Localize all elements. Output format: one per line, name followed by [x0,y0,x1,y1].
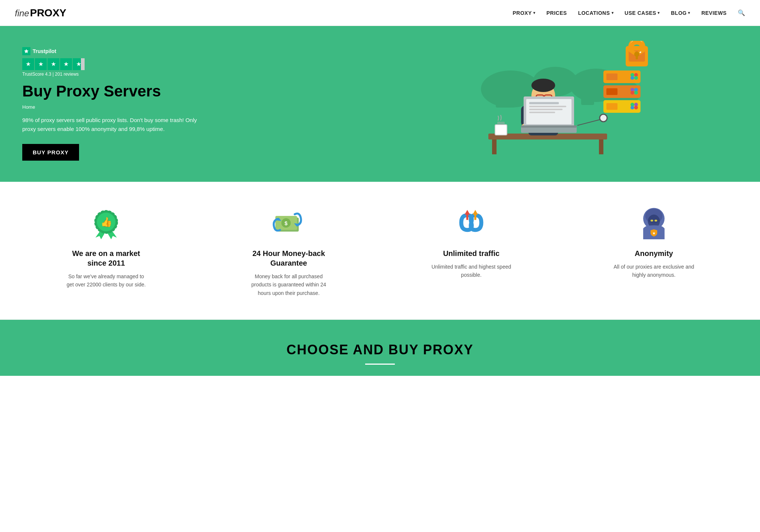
feature-market-title: We are on a market since 2011 [65,249,147,268]
trust-score: TrustScore 4.3 | 201 reviews [22,72,380,77]
star-3: ★ [48,58,59,70]
star-4: ★ [60,58,72,70]
star-5-half: ★ [73,58,85,70]
feature-money-back-desc: Money back for all purchased products is… [248,272,330,297]
anonymity-icon: ★ [637,206,671,239]
infinity-icon [455,206,488,239]
svg-rect-42 [606,88,618,95]
money-back-icon: $ [272,206,305,239]
svg-point-52 [634,106,638,109]
nav-link-prices[interactable]: PRICES [547,10,567,16]
hero-description: 98% of proxy servers sell public proxy l… [22,116,208,134]
anonymity-icon-area: ★ [635,204,672,241]
svg-text:★: ★ [652,231,656,235]
svg-rect-9 [599,139,603,154]
logo-proxy: PROXY [30,7,66,19]
nav-link-blog[interactable]: BLOG ▾ [671,10,690,16]
feature-unlimited: Unlimited traffic Unlimited traffic and … [423,204,520,279]
svg-rect-36 [606,73,618,80]
svg-text:$: $ [285,220,288,226]
star-2: ★ [35,58,47,70]
navbar: fine PROXY PROXY ▾ PRICES LOCATIONS ▾ US… [0,0,760,26]
award-icon: 👍 [89,206,123,239]
choose-title: CHOOSE AND BUY PROXY [15,342,745,358]
svg-rect-32 [521,125,577,128]
nav-item-locations[interactable]: LOCATIONS ▾ [578,10,613,16]
buy-proxy-button[interactable]: BUY PROXY [22,144,79,161]
money-back-icon-area: $ [270,204,307,241]
svg-rect-4 [496,96,511,108]
feature-money-back-title: 24 Hour Money-back Guarantee [248,249,330,268]
nav-item-reviews[interactable]: REVIEWS [701,10,727,16]
nav-link-proxy[interactable]: PROXY ▾ [513,10,535,16]
feature-market: 👍 We are on a market since 2011 So far w… [58,204,154,289]
svg-point-46 [634,91,638,95]
svg-point-80 [655,220,657,221]
svg-rect-72 [466,214,468,220]
trustpilot-label: Trustpilot [33,48,56,54]
nav-link-locations[interactable]: LOCATIONS ▾ [578,10,613,16]
hero-illustration [466,41,652,167]
chevron-down-icon: ▾ [658,11,660,15]
nav-item-blog[interactable]: BLOG ▾ [671,10,690,16]
stars-row: ★ ★ ★ ★ ★ [22,58,380,70]
hero-right [380,41,738,167]
award-icon-area: 👍 [88,204,125,241]
svg-rect-48 [606,103,618,110]
star-1: ★ [22,58,34,70]
nav-link-reviews[interactable]: REVIEWS [701,10,727,16]
chevron-down-icon: ▾ [533,11,535,15]
svg-rect-31 [529,112,555,113]
svg-rect-11 [497,122,505,125]
svg-rect-10 [495,125,507,135]
svg-rect-8 [492,139,497,154]
svg-marker-71 [465,210,470,215]
chevron-down-icon: ▾ [612,11,614,15]
nav-links: PROXY ▾ PRICES LOCATIONS ▾ USE CASES ▾ B… [513,9,746,16]
svg-rect-74 [474,214,476,220]
hero-title: Buy Proxy Servers [22,83,380,100]
trustpilot-icon [22,47,30,55]
nav-item-prices[interactable]: PRICES [547,10,567,16]
breadcrumb: Home [22,104,380,110]
unlimited-icon-area [453,204,490,241]
feature-unlimited-desc: Unlimited traffic and highest speed poss… [430,263,512,279]
svg-point-45 [630,91,634,95]
nav-link-use-cases[interactable]: USE CASES ▾ [625,10,660,16]
feature-money-back: $ 24 Hour Money-back Guarantee Money bac… [240,204,337,297]
feature-anonymity: ★ Anonymity All of our proxies are exclu… [606,204,702,279]
svg-point-16 [531,79,555,92]
svg-point-51 [630,106,634,109]
svg-rect-30 [529,109,563,110]
feature-market-desc: So far we've already managed to get over… [65,272,147,289]
svg-point-39 [630,76,634,80]
search-icon[interactable]: 🔍 [738,10,745,16]
choose-divider [365,364,395,365]
nav-item-proxy[interactable]: PROXY ▾ [513,10,535,16]
nav-search-button[interactable]: 🔍 [738,9,745,16]
hero-left: Trustpilot ★ ★ ★ ★ ★ TrustScore 4.3 | 20… [22,47,380,161]
feature-anonymity-title: Anonymity [613,249,695,258]
logo-fine: fine [15,8,29,19]
svg-marker-73 [473,210,478,215]
svg-rect-28 [529,102,559,104]
svg-rect-6 [581,95,594,105]
chevron-down-icon: ▾ [688,11,690,15]
svg-point-79 [651,220,653,221]
hero-section: Trustpilot ★ ★ ★ ★ ★ TrustScore 4.3 | 20… [0,26,760,182]
svg-line-33 [577,119,603,125]
svg-rect-58 [636,56,638,59]
svg-rect-29 [529,106,566,107]
svg-point-34 [600,114,607,122]
feature-unlimited-title: Unlimited traffic [430,249,512,258]
svg-point-40 [634,76,638,80]
logo[interactable]: fine PROXY [15,7,66,19]
features-section: 👍 We are on a market since 2011 So far w… [0,182,760,320]
trustpilot-wrapper: Trustpilot [22,47,380,55]
feature-anonymity-desc: All of our proxies are exclusive and hig… [613,263,695,279]
svg-text:👍: 👍 [101,216,112,228]
nav-item-use-cases[interactable]: USE CASES ▾ [625,10,660,16]
choose-section: CHOOSE AND BUY PROXY [0,320,760,376]
